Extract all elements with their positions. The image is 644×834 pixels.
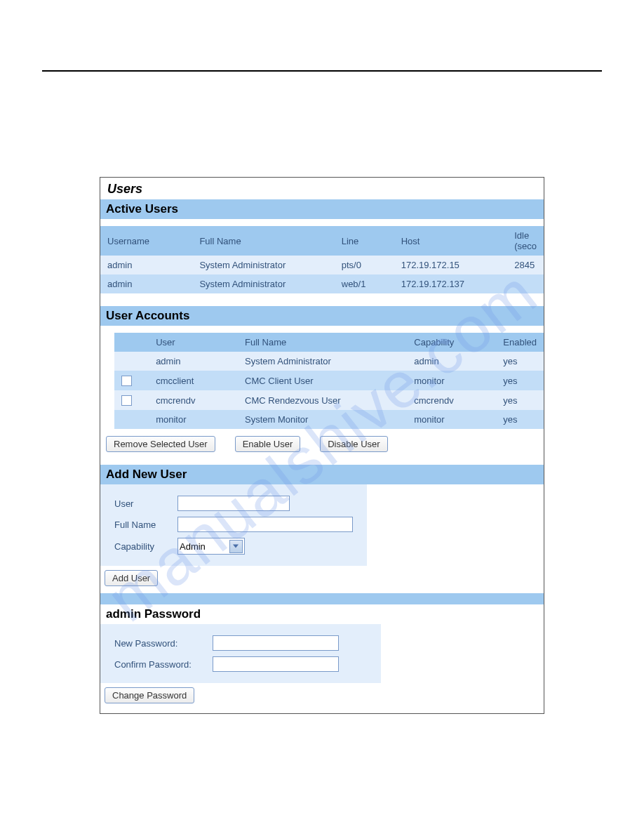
cell-user: monitor (149, 410, 238, 429)
enable-user-button[interactable]: Enable User (235, 436, 301, 452)
fullname-input[interactable] (177, 517, 353, 532)
cell-fullname: System Administrator (192, 274, 334, 293)
table-row: admin System Administrator admin yes (114, 352, 544, 371)
table-row: admin System Administrator pts/0 172.19.… (100, 256, 544, 274)
cell-checkbox (114, 371, 149, 390)
cell-checkbox (114, 410, 149, 429)
cell-enabled: yes (496, 410, 544, 429)
password-form: New Password: Confirm Password: (100, 624, 381, 683)
table-row: monitor System Monitor monitor yes (114, 410, 544, 429)
cell-fullname: CMC Client User (238, 371, 407, 390)
add-user-button[interactable]: Add User (105, 570, 158, 586)
cell-enabled: yes (496, 352, 544, 371)
cell-fullname: System Monitor (238, 410, 407, 429)
col-capability: Capability (407, 333, 496, 352)
label-user: User (114, 498, 177, 509)
cell-checkbox (114, 352, 149, 371)
checkbox[interactable] (121, 395, 132, 406)
spacer (100, 326, 544, 333)
label-capability: Capability (114, 541, 177, 552)
disable-user-button[interactable]: Disable User (320, 436, 387, 452)
horizontal-rule (42, 70, 602, 72)
cell-username: admin (100, 256, 192, 274)
panel-title: Users (100, 178, 544, 199)
confirm-password-input[interactable] (213, 656, 339, 672)
cell-enabled: yes (496, 390, 544, 410)
cell-fullname: System Administrator (238, 352, 407, 371)
capability-selected: Admin (180, 541, 229, 552)
user-accounts-table: User Full Name Capability Enabled admin … (114, 333, 544, 429)
user-accounts-buttons: Remove Selected User Enable User Disable… (100, 429, 544, 465)
cell-username: admin (100, 274, 192, 293)
cell-fullname: System Administrator (192, 256, 334, 274)
col-enabled: Enabled (496, 333, 544, 352)
cell-idle: 2845 (507, 256, 544, 274)
cell-capability: admin (407, 352, 496, 371)
active-users-table: Username Full Name Line Host Idle (seco … (100, 226, 544, 293)
cell-host: 172.19.172.15 (394, 256, 508, 274)
active-users-header: Active Users (100, 199, 544, 219)
cell-host: 172.19.172.137 (394, 274, 508, 293)
spacer (100, 219, 544, 226)
col-username: Username (100, 226, 192, 256)
chevron-down-icon (229, 540, 243, 553)
cell-enabled: yes (496, 371, 544, 390)
label-fullname: Full Name (114, 519, 177, 530)
capability-select[interactable]: Admin (177, 538, 245, 555)
col-user: User (149, 333, 238, 352)
spacer (100, 593, 544, 604)
label-confirm-password: Confirm Password: (114, 659, 213, 670)
col-host: Host (394, 226, 508, 256)
remove-selected-user-button[interactable]: Remove Selected User (106, 436, 215, 452)
change-password-button[interactable]: Change Password (105, 687, 194, 703)
new-password-input[interactable] (213, 635, 339, 651)
add-new-user-header: Add New User (100, 465, 544, 484)
cell-line: web/1 (335, 274, 394, 293)
table-header-row: User Full Name Capability Enabled (114, 333, 544, 352)
admin-password-header: admin Password (100, 604, 544, 624)
cell-user: cmcclient (149, 371, 238, 390)
col-idle: Idle (seco (507, 226, 544, 256)
cell-idle (507, 274, 544, 293)
col-checkbox (114, 333, 149, 352)
cell-capability: cmcrendv (407, 390, 496, 410)
user-accounts-header: User Accounts (100, 306, 544, 326)
cell-capability: monitor (407, 410, 496, 429)
table-row: admin System Administrator web/1 172.19.… (100, 274, 544, 293)
table-row: cmcrendv CMC Rendezvous User cmcrendv ye… (114, 390, 544, 410)
cell-user: admin (149, 352, 238, 371)
table-header-row: Username Full Name Line Host Idle (seco (100, 226, 544, 256)
table-row: cmcclient CMC Client User monitor yes (114, 371, 544, 390)
spacer (100, 293, 544, 306)
user-input[interactable] (177, 496, 290, 511)
cell-capability: monitor (407, 371, 496, 390)
cell-line: pts/0 (335, 256, 394, 274)
col-line: Line (335, 226, 394, 256)
add-user-form: User Full Name Capability Admin (100, 484, 367, 566)
checkbox[interactable] (121, 376, 132, 386)
col-fullname: Full Name (192, 226, 334, 256)
users-panel: manualshive.com Users Active Users Usern… (100, 177, 544, 714)
label-new-password: New Password: (114, 638, 213, 649)
col-fullname: Full Name (238, 333, 407, 352)
cell-checkbox (114, 390, 149, 410)
cell-fullname: CMC Rendezvous User (238, 390, 407, 410)
cell-user: cmcrendv (149, 390, 238, 410)
